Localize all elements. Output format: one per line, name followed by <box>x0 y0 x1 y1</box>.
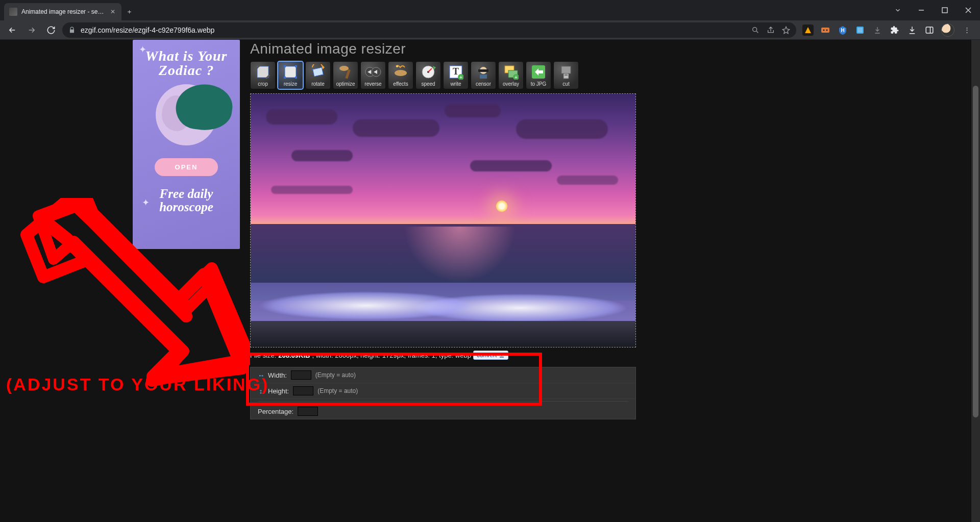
window-maximize-button[interactable] <box>933 0 957 20</box>
height-label: Height: <box>268 387 289 395</box>
file-meta: File size: 208.69KiB , width: 2600px, he… <box>250 351 643 360</box>
vertical-scrollbar[interactable] <box>971 40 980 522</box>
close-tab-icon[interactable]: ✕ <box>109 8 116 15</box>
extensions-puzzle-icon[interactable] <box>889 24 900 36</box>
convert-button[interactable]: convert <box>473 351 508 360</box>
tool-crop[interactable]: crop <box>250 61 276 89</box>
extension-icon-1[interactable] <box>802 24 814 36</box>
tool-write[interactable]: T+ write <box>443 61 469 89</box>
svg-rect-16 <box>284 77 286 79</box>
ad-open-button[interactable]: OPEN <box>155 158 218 176</box>
svg-point-2 <box>753 27 757 31</box>
address-bar[interactable]: ezgif.com/resize/ezgif-4-c92e799f6a.webp <box>62 22 796 38</box>
svg-point-27 <box>396 65 398 67</box>
browser-tab[interactable]: Animated image resizer - sea.wel ✕ <box>4 3 121 20</box>
tool-reverse[interactable]: reverse <box>360 61 386 89</box>
width-label: Width: <box>268 371 287 379</box>
svg-rect-12 <box>257 66 268 78</box>
speed-icon <box>420 63 437 81</box>
ad-headline: What is Your Zodiac ? <box>138 49 235 78</box>
tool-optimize[interactable]: optimize <box>333 61 358 89</box>
svg-point-6 <box>826 29 828 31</box>
optimize-icon <box>337 63 354 81</box>
svg-rect-15 <box>295 65 297 67</box>
svg-marker-3 <box>805 27 811 33</box>
rotate-icon <box>309 63 327 81</box>
tab-favicon <box>9 8 17 16</box>
percentage-label: Percentage: <box>258 408 293 415</box>
bookmark-star-icon[interactable] <box>782 26 790 34</box>
profile-avatar[interactable] <box>941 23 954 37</box>
percentage-input[interactable] <box>298 407 318 416</box>
svg-point-5 <box>823 29 825 31</box>
form-divider <box>258 401 628 402</box>
svg-rect-10 <box>926 27 933 33</box>
height-hint: (Empty = auto) <box>317 387 358 394</box>
tojpg-icon <box>530 63 547 81</box>
window-titlebar: Animated image resizer - sea.wel ✕ ＋ <box>0 0 980 20</box>
height-row: ↕ Height: (Empty = auto) <box>251 383 635 399</box>
image-preview <box>250 93 636 347</box>
annotation-text: (ADJUST TO YOUR LIKING) <box>6 375 269 394</box>
share-icon[interactable] <box>767 26 775 34</box>
svg-text:T: T <box>453 66 459 77</box>
browser-toolbar: ezgif.com/resize/ezgif-4-c92e799f6a.webp… <box>0 20 980 40</box>
overlay-icon: + <box>502 63 520 81</box>
censor-icon <box>475 63 492 81</box>
svg-text:H: H <box>841 28 844 33</box>
width-input[interactable] <box>291 370 311 380</box>
svg-rect-46 <box>564 73 569 79</box>
download-indicator-icon[interactable] <box>872 24 883 36</box>
chrome-menu-icon[interactable]: ⋮ <box>961 26 973 34</box>
extension-icon-2[interactable] <box>820 24 831 36</box>
tab-search-icon[interactable] <box>886 7 910 14</box>
new-tab-button[interactable]: ＋ <box>121 3 137 20</box>
svg-rect-47 <box>565 74 568 76</box>
tool-effects[interactable]: effects <box>388 61 413 89</box>
svg-rect-4 <box>821 28 829 33</box>
percentage-row: Percentage: <box>251 404 635 419</box>
sidepanel-icon[interactable] <box>924 24 935 36</box>
meta-prefix: File size: <box>250 352 276 359</box>
tool-resize[interactable]: resize <box>278 61 303 89</box>
svg-text:+: + <box>459 74 462 80</box>
svg-rect-18 <box>313 67 324 76</box>
tool-row: crop resize rotate optimize reverse effe… <box>250 61 643 89</box>
svg-rect-9 <box>857 28 863 33</box>
width-row: ↔ Width: (Empty = auto) <box>251 367 635 383</box>
svg-rect-48 <box>500 357 504 358</box>
window-minimize-button[interactable] <box>910 0 933 20</box>
downloads-icon[interactable] <box>906 24 918 36</box>
extension-icons: H ⋮ <box>799 23 976 37</box>
tool-censor[interactable]: censor <box>471 61 496 89</box>
tool-tojpg[interactable]: to JPG <box>526 61 551 89</box>
tool-rotate[interactable]: rotate <box>305 61 331 89</box>
tool-cut[interactable]: cut <box>553 61 579 89</box>
nav-forward-button[interactable] <box>23 22 40 38</box>
zoom-icon[interactable] <box>751 26 760 34</box>
svg-rect-14 <box>284 65 286 67</box>
page-title: Animated image resizer <box>250 41 643 57</box>
window-close-button[interactable] <box>957 0 980 20</box>
svg-point-26 <box>395 70 407 76</box>
svg-rect-37 <box>478 69 488 72</box>
tool-speed[interactable]: speed <box>415 61 441 89</box>
height-input[interactable] <box>293 386 313 395</box>
annotation-arrow <box>10 198 250 387</box>
nav-reload-button[interactable] <box>43 22 59 38</box>
svg-rect-38 <box>480 74 487 79</box>
reverse-icon <box>364 63 382 81</box>
svg-rect-13 <box>285 66 296 78</box>
svg-marker-19 <box>323 65 325 69</box>
scrollbar-thumb[interactable] <box>973 86 978 417</box>
tool-overlay[interactable]: + overlay <box>498 61 524 89</box>
nav-back-button[interactable] <box>4 22 20 38</box>
width-hint: (Empty = auto) <box>315 371 356 379</box>
svg-point-20 <box>339 66 349 71</box>
lock-icon <box>68 27 76 34</box>
extension-icon-3[interactable]: H <box>837 24 848 36</box>
meta-size: 208.69KiB <box>278 352 310 359</box>
extension-icon-4[interactable] <box>854 24 866 36</box>
page-viewport: ✦ ✧ ✦ What is Your Zodiac ? OPEN Free da… <box>0 40 980 522</box>
meta-rest: , width: 2600px, height: 1729px, frames:… <box>312 352 471 359</box>
